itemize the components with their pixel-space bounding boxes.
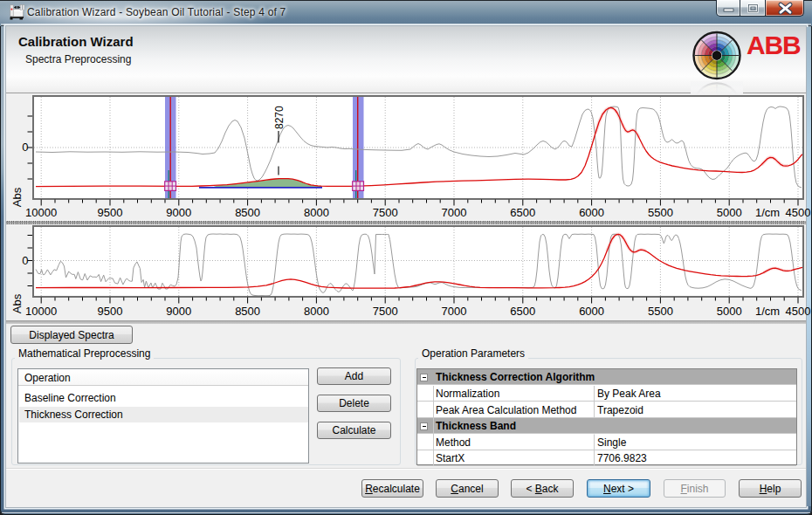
svg-text:10000: 10000	[25, 305, 57, 318]
svg-text:8000: 8000	[304, 206, 329, 219]
svg-text:7500: 7500	[373, 206, 398, 219]
svg-text:8500: 8500	[235, 206, 260, 219]
svg-text:5000: 5000	[717, 305, 742, 318]
svg-text:6000: 6000	[579, 206, 604, 219]
svg-text:0: 0	[22, 141, 28, 154]
svg-text:7000: 7000	[442, 305, 467, 318]
svg-text:5500: 5500	[648, 305, 673, 318]
svg-text:7500: 7500	[373, 305, 398, 318]
svg-text:6500: 6500	[510, 206, 535, 219]
svg-text:1/cm: 1/cm	[755, 206, 780, 219]
svg-text:6000: 6000	[579, 305, 604, 318]
svg-text:4500: 4500	[786, 206, 811, 219]
svg-text:8500: 8500	[235, 305, 260, 318]
svg-text:9500: 9500	[98, 206, 123, 219]
svg-text:9000: 9000	[166, 206, 191, 219]
svg-text:Abs: Abs	[10, 187, 24, 207]
svg-text:8270: 8270	[273, 106, 286, 129]
svg-text:8000: 8000	[304, 305, 329, 318]
svg-text:9500: 9500	[98, 305, 123, 318]
svg-text:5000: 5000	[717, 206, 742, 219]
svg-text:6500: 6500	[510, 305, 535, 318]
svg-text:Abs: Abs	[10, 293, 24, 313]
svg-text:0: 0	[22, 254, 28, 267]
svg-text:5500: 5500	[648, 206, 673, 219]
svg-text:9000: 9000	[166, 305, 191, 318]
svg-text:7000: 7000	[442, 206, 467, 219]
svg-text:10000: 10000	[25, 206, 57, 219]
svg-text:1/cm: 1/cm	[755, 305, 780, 318]
svg-text:4500: 4500	[786, 305, 811, 318]
